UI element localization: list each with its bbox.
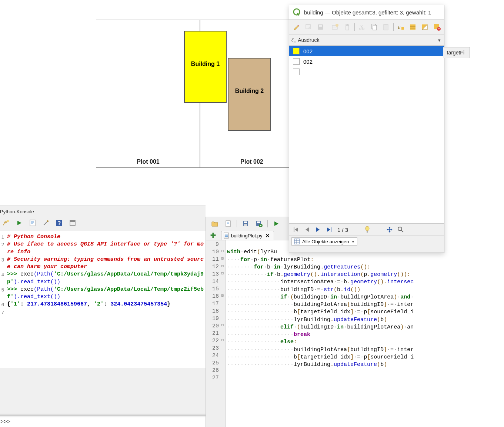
toggle-editing-icon[interactable] — [291, 22, 301, 32]
svg-rect-24 — [297, 13, 300, 16]
feature-symbol-2 — [293, 58, 300, 65]
feature-row-1[interactable]: 002 — [289, 46, 444, 56]
options-icon[interactable] — [41, 218, 51, 228]
attribute-table-window[interactable]: building — Objekte gesamt:3, gefiltert: … — [289, 5, 444, 253]
multi-edit-icon[interactable] — [304, 22, 314, 32]
svg-point-19 — [259, 224, 263, 227]
new-file-icon[interactable] — [223, 219, 233, 228]
svg-marker-50 — [316, 227, 320, 232]
save-edits-icon[interactable] — [316, 22, 326, 32]
svg-marker-51 — [327, 227, 330, 232]
svg-marker-42 — [422, 24, 427, 30]
svg-rect-18 — [257, 221, 260, 223]
attribute-table-titlebar[interactable]: building — Objekte gesamt:3, gefiltert: … — [289, 5, 444, 20]
svg-point-55 — [398, 227, 402, 231]
console-line-4: >>> exec(Path('C:/Users/glass/AppData/Lo… — [7, 271, 204, 286]
nav-first-icon[interactable] — [291, 225, 300, 234]
svg-rect-36 — [385, 24, 387, 25]
feature-symbol-3 — [293, 69, 300, 75]
console-line-2: # Use iface to access QGIS API interface… — [7, 241, 204, 256]
invert-selection-icon[interactable] — [420, 22, 430, 32]
svg-point-53 — [366, 226, 369, 231]
save-icon[interactable] — [241, 219, 250, 228]
attribute-table-toolbar: ε — [289, 20, 444, 35]
nav-last-icon[interactable] — [325, 225, 334, 234]
svg-rect-52 — [331, 227, 331, 232]
nav-count-label: 1 / 3 — [336, 227, 350, 233]
close-tab-icon[interactable]: ✕ — [265, 233, 271, 238]
svg-marker-49 — [306, 227, 309, 232]
delete-feature-icon[interactable] — [342, 22, 352, 32]
svg-rect-17 — [256, 221, 261, 226]
code-gutter: 9 10⊟ 11⊟ 12⊟ 13⊟ 14 15 16⊟ 17 18 19 20⊟… — [206, 240, 226, 427]
attribute-nav-bar: 1 / 3 — [289, 223, 444, 236]
svg-rect-15 — [244, 221, 247, 223]
svg-rect-38 — [401, 27, 404, 30]
svg-marker-48 — [295, 227, 298, 232]
deselect-icon[interactable] — [432, 22, 442, 32]
dock-icon[interactable] — [68, 218, 77, 228]
nav-prev-icon[interactable] — [303, 225, 311, 234]
svg-point-0 — [7, 220, 9, 222]
svg-marker-20 — [274, 221, 278, 226]
new-tab-button[interactable]: ✚ — [208, 231, 217, 240]
feature-symbol-1 — [293, 48, 300, 54]
code-body[interactable]: with·edit(lyrBu····for·p·in·featuresPlot… — [226, 240, 414, 427]
python-console-toolbar: ? — [0, 217, 206, 231]
svg-rect-39 — [410, 24, 415, 30]
run-script-icon[interactable] — [271, 219, 281, 228]
building-2-feature[interactable]: Building 2 — [228, 58, 271, 131]
svg-point-45 — [437, 27, 441, 31]
console-line-5: >>> exec(Path('C:/Users/glass/AppData/Lo… — [7, 286, 204, 301]
open-file-icon[interactable] — [210, 219, 220, 228]
svg-rect-16 — [244, 224, 247, 226]
code-editor[interactable]: 9 10⊟ 11⊟ 12⊟ 13⊟ 14 15 16⊟ 17 18 19 20⊟… — [206, 240, 439, 427]
editor-tab-buildingplot[interactable]: buildingPlot.py ✕ — [221, 231, 274, 240]
copy-features-icon[interactable] — [369, 22, 379, 32]
show-editor-icon[interactable] — [28, 218, 37, 228]
console-line-3: # Security warning: typing commands from… — [7, 256, 204, 271]
expression-select-icon[interactable]: ε — [396, 22, 406, 32]
nav-next-icon[interactable] — [314, 225, 323, 234]
building-1-feature[interactable]: Building 1 — [184, 31, 227, 103]
svg-rect-9 — [70, 220, 75, 226]
select-all-icon[interactable] — [408, 22, 418, 32]
svg-rect-10 — [70, 220, 75, 222]
expression-row[interactable]: ερ Ausdruck ▾ — [289, 35, 444, 46]
clear-console-icon[interactable] — [1, 218, 11, 228]
add-feature-icon[interactable] — [330, 22, 340, 32]
svg-marker-1 — [17, 221, 21, 225]
attribute-feature-list[interactable]: 002 002 — [289, 46, 444, 223]
feature-value-1: 002 — [303, 48, 313, 54]
help-icon[interactable]: ? — [54, 218, 64, 228]
expression-label: Ausdruck — [298, 37, 434, 43]
plot2-label: Plot 002 — [233, 159, 270, 165]
paste-features-icon[interactable] — [381, 22, 391, 32]
feature-value-2: 002 — [303, 59, 313, 65]
svg-text:ε: ε — [398, 24, 401, 30]
filter-dropdown-icon[interactable]: ▼ — [351, 240, 355, 244]
pan-to-icon[interactable] — [385, 225, 394, 234]
zoom-to-icon[interactable] — [396, 225, 405, 234]
expression-icon: ερ — [291, 36, 296, 44]
filter-combo[interactable]: Alle Objekte anzeigen ▼ — [291, 237, 357, 246]
run-icon[interactable] — [14, 218, 24, 228]
python-console-output[interactable]: 1# Python Console 2# Use iface to access… — [0, 231, 206, 368]
field-header-targetfi[interactable]: targetFi — [443, 47, 470, 58]
svg-text:?: ? — [58, 220, 61, 226]
svg-rect-11 — [226, 221, 230, 227]
svg-rect-26 — [318, 24, 323, 30]
console-splitter[interactable] — [0, 414, 206, 416]
feature-row-2[interactable]: 002 — [289, 56, 444, 67]
editor-tab-label: buildingPlot.py — [231, 233, 263, 238]
feature-row-3[interactable] — [289, 67, 444, 77]
save-as-icon[interactable] — [254, 219, 264, 228]
console-line-1: # Python Console — [7, 233, 204, 241]
python-console-input[interactable]: >>> — [0, 417, 206, 427]
file-icon — [224, 233, 229, 238]
cut-features-icon[interactable] — [357, 22, 367, 32]
expression-dropdown-icon[interactable]: ▾ — [437, 37, 442, 43]
table-view-icon — [294, 238, 300, 244]
highlight-icon[interactable] — [363, 225, 372, 234]
svg-rect-44 — [434, 24, 439, 29]
